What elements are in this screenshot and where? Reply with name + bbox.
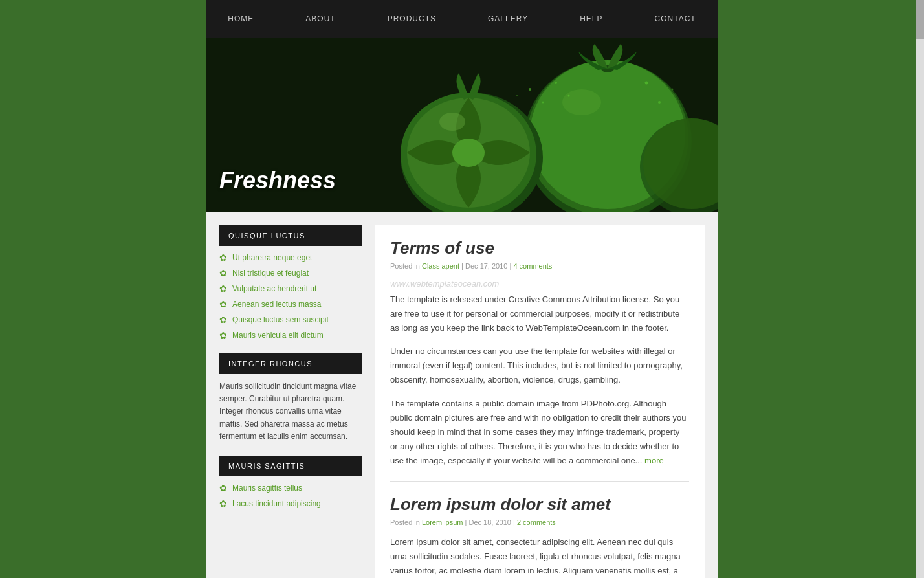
post-2-comments-link[interactable]: 2 comments — [517, 518, 556, 526]
post-1-para-2: Under no circumstances can you use the t… — [390, 344, 689, 387]
list-item: ✿ Vulputate ac hendrerit ut — [219, 283, 362, 294]
post-1-meta-prefix: Posted in — [390, 262, 420, 270]
sidebar-section3-title: MAURIS SAGITTIS — [219, 456, 362, 476]
bullet-icon: ✿ — [219, 483, 227, 493]
post-1-category-link[interactable]: Class apent — [422, 262, 459, 270]
post-2-meta-prefix: Posted in — [390, 518, 420, 526]
sidebar-link[interactable]: Mauris sagittis tellus — [232, 484, 302, 493]
post-1-para-1: The template is released under Creative … — [390, 293, 689, 335]
sidebar-link[interactable]: Lacus tincidunt adipiscing — [232, 499, 321, 508]
post-1-watermark: www.webtemplateocean.com — [390, 279, 689, 289]
post-1-meta: Posted in Class apent | Dec 17, 2010 | 4… — [390, 262, 689, 270]
list-item: ✿ Mauris vehicula elit dictum — [219, 330, 362, 340]
nav-link-about[interactable]: ABOUT — [280, 0, 361, 38]
nav-item-contact[interactable]: CONTACT — [629, 0, 722, 38]
sidebar-section3-links: ✿ Mauris sagittis tellus ✿ Lacus tincidu… — [219, 483, 362, 509]
sidebar: QUISQUE LUCTUS ✿ Ut pharetra neque eget … — [219, 225, 362, 578]
sidebar-link[interactable]: Aenean sed lectus massa — [232, 300, 321, 309]
sidebar-link[interactable]: Vulputate ac hendrerit ut — [232, 284, 316, 293]
nav-link-help[interactable]: HELP — [554, 0, 628, 38]
navigation: HOME ABOUT PRODUCTS GALLERY HELP CONTACT — [206, 0, 718, 38]
sidebar-link[interactable]: Quisque luctus sem suscipit — [232, 315, 329, 324]
svg-point-10 — [439, 113, 465, 131]
sidebar-section2-title: INTEGER RHONCUS — [219, 353, 362, 374]
sidebar-link[interactable]: Nisi tristique et feugiat — [232, 269, 309, 278]
bullet-icon: ✿ — [219, 498, 227, 509]
svg-point-15 — [568, 95, 570, 97]
post-1-more-link[interactable]: more — [644, 456, 664, 465]
svg-point-11 — [529, 88, 531, 91]
nav-list: HOME ABOUT PRODUCTS GALLERY HELP CONTACT — [202, 0, 721, 38]
hero-section: Freshness — [206, 38, 718, 212]
main-content: Terms of use Posted in Class apent | Dec… — [375, 225, 705, 578]
nav-link-products[interactable]: PRODUCTS — [362, 0, 462, 38]
post-2-category-link[interactable]: Lorem ipsum — [422, 518, 463, 526]
bullet-icon: ✿ — [219, 299, 227, 309]
post-1-para-3: The template contains a public domain im… — [390, 397, 689, 468]
page-wrapper: HOME ABOUT PRODUCTS GALLERY HELP CONTACT — [206, 0, 718, 578]
nav-link-gallery[interactable]: GALLERY — [462, 0, 554, 38]
bullet-icon: ✿ — [219, 252, 227, 263]
nav-item-products[interactable]: PRODUCTS — [362, 0, 462, 38]
sidebar-link[interactable]: Ut pharetra neque eget — [232, 253, 312, 262]
post-2-meta: Posted in Lorem ipsum | Dec 18, 2010 | 2… — [390, 518, 689, 526]
nav-item-about[interactable]: ABOUT — [280, 0, 361, 38]
scrollbar-thumb[interactable] — [916, 0, 924, 39]
post-1: Terms of use Posted in Class apent | Dec… — [390, 238, 689, 468]
content-wrapper: QUISQUE LUCTUS ✿ Ut pharetra neque eget … — [206, 212, 718, 578]
svg-point-16 — [658, 101, 661, 104]
post-2-title: Lorem ipsum dolor sit amet — [390, 495, 689, 515]
list-item: ✿ Lacus tincidunt adipiscing — [219, 498, 362, 509]
nav-item-home[interactable]: HOME — [202, 0, 280, 38]
svg-point-9 — [452, 139, 485, 167]
post-1-title: Terms of use — [390, 238, 689, 258]
list-item: ✿ Quisque luctus sem suscipit — [219, 315, 362, 325]
nav-link-home[interactable]: HOME — [202, 0, 280, 38]
sidebar-link[interactable]: Mauris vehicula elit dictum — [232, 331, 324, 340]
nav-item-help[interactable]: HELP — [554, 0, 628, 38]
svg-point-14 — [555, 82, 557, 84]
sidebar-section2-text: Mauris sollicitudin tincidunt magna vita… — [219, 381, 362, 443]
bullet-icon: ✿ — [219, 315, 227, 325]
scrollbar[interactable] — [916, 0, 924, 578]
nav-item-gallery[interactable]: GALLERY — [462, 0, 554, 38]
bullet-icon: ✿ — [219, 268, 227, 278]
svg-point-12 — [542, 102, 544, 104]
list-item: ✿ Ut pharetra neque eget — [219, 252, 362, 263]
list-item: ✿ Mauris sagittis tellus — [219, 483, 362, 493]
post-2-para-1: Lorem ipsum dolor sit amet, consectetur … — [390, 535, 689, 578]
post-1-date: Dec 17, 2010 — [465, 262, 507, 270]
list-item: ✿ Nisi tristique et feugiat — [219, 268, 362, 278]
post-1-comments-link[interactable]: 4 comments — [513, 262, 552, 270]
svg-point-5 — [562, 89, 601, 115]
post-2: Lorem ipsum dolor sit amet Posted in Lor… — [390, 495, 689, 578]
svg-point-17 — [672, 89, 674, 91]
sidebar-section1-title: QUISQUE LUCTUS — [219, 225, 362, 246]
nav-link-contact[interactable]: CONTACT — [629, 0, 722, 38]
list-item: ✿ Aenean sed lectus massa — [219, 299, 362, 309]
svg-point-13 — [516, 95, 518, 96]
bullet-icon: ✿ — [219, 283, 227, 294]
svg-point-18 — [645, 82, 648, 85]
post-2-date: Dec 18, 2010 — [469, 518, 511, 526]
post-divider — [390, 481, 689, 482]
hero-title: Freshness — [219, 167, 336, 194]
sidebar-section1-links: ✿ Ut pharetra neque eget ✿ Nisi tristiqu… — [219, 252, 362, 340]
bullet-icon: ✿ — [219, 330, 227, 340]
